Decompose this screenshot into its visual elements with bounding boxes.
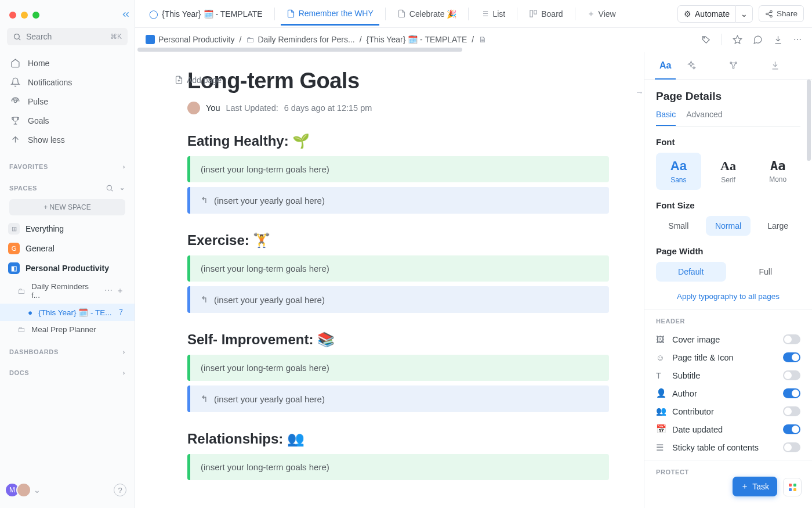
box-text: (insert your long-term goals here) [201, 462, 329, 472]
subtab-advanced[interactable]: Advanced [686, 110, 722, 126]
section-self-improvement[interactable]: Self- Improvement: 📚 [187, 332, 609, 348]
nav-home[interactable]: Home [5, 53, 130, 73]
space-personal-productivity[interactable]: ◧ Personal Productivity [0, 258, 135, 278]
sidebar: Search ⌘K Home Notifications Pulse Goals… [0, 0, 135, 508]
section-label: DASHBOARDS [9, 348, 59, 355]
download-icon[interactable] [773, 35, 783, 45]
toggle-switch[interactable] [783, 370, 800, 380]
folder-meal-prep[interactable]: 🗀 Meal Prep Planner [0, 321, 135, 338]
longterm-goal-box[interactable]: (insert your long-term goals here) [187, 156, 609, 182]
subtab-basic[interactable]: Basic [656, 110, 676, 126]
panel-tab-export[interactable] [770, 52, 812, 79]
panel-tab-ai[interactable] [686, 52, 728, 79]
apply-typography-link[interactable]: Apply typography to all pages [656, 292, 800, 301]
folder-daily-reminders[interactable]: 🗀 Daily Reminders f... ⋯＋ [0, 278, 135, 304]
font-mono[interactable]: AaMono [755, 153, 800, 190]
collapse-panel-arrow[interactable]: →| [635, 87, 644, 97]
nav-pulse[interactable]: Pulse [5, 92, 130, 111]
maximize-window[interactable] [32, 12, 39, 19]
space-everything[interactable]: ⊞ Everything [0, 219, 135, 239]
toggle-switch[interactable] [783, 352, 800, 362]
automate-button[interactable]: ⚙Automate ⌄ [677, 5, 753, 23]
breadcrumb-folder[interactable]: 🗀Daily Reminders for Pers... [246, 35, 354, 44]
longterm-goal-box[interactable]: (insert your long-term goals here) [187, 355, 609, 381]
toggle-switch[interactable] [783, 424, 800, 434]
width-default[interactable]: Default [656, 262, 726, 282]
share-icon [765, 10, 773, 18]
svg-point-8 [704, 37, 705, 38]
yearly-goal-box[interactable]: ↰(insert your yearly goal here) [187, 385, 609, 412]
page-title[interactable]: Long-term Goals [187, 69, 609, 93]
star-icon[interactable] [733, 35, 742, 45]
user-avatars[interactable]: M [8, 482, 31, 498]
comment-icon[interactable] [753, 35, 763, 45]
font-sans[interactable]: AaSans [656, 153, 701, 190]
doc-title-tab[interactable]: ◯ {This Year} 🗓️ - TEMPLATE [143, 2, 269, 26]
longterm-goal-box[interactable]: (insert your long-term goals here) [187, 255, 609, 282]
more-icon[interactable]: ⋯ [793, 35, 802, 44]
automate-dropdown[interactable]: ⌄ [736, 5, 753, 23]
panel-tab-relations[interactable] [728, 52, 770, 79]
docs-header[interactable]: DOCS › [0, 359, 135, 380]
tag-icon[interactable] [701, 35, 711, 45]
tab-board[interactable]: Board [523, 2, 568, 26]
size-large[interactable]: Large [755, 216, 800, 236]
chevron-down-icon[interactable]: ⌄ [119, 184, 125, 192]
updated-label: Last Updated: [226, 103, 278, 113]
tab-add-view[interactable]: ＋ View [581, 2, 622, 26]
list-this-year-template[interactable]: ● {This Year} 🗓️ - TE... 7 [0, 304, 135, 321]
minimize-window[interactable] [21, 12, 28, 19]
font-label: Font [656, 137, 800, 147]
chevron-right-icon: › [123, 163, 125, 170]
share-button[interactable]: Share [759, 5, 804, 22]
size-small[interactable]: Small [656, 216, 701, 236]
close-window[interactable] [9, 12, 16, 19]
tab-celebrate[interactable]: Celebrate 🎉 [392, 2, 463, 26]
space-general[interactable]: G General [0, 239, 135, 258]
author-avatar[interactable] [187, 102, 200, 114]
section-exercise[interactable]: Exercise: 🏋️ [187, 232, 609, 248]
breadcrumb-space[interactable]: Personal Productivity [146, 35, 235, 44]
chevron-down-icon[interactable]: ⌄ [34, 485, 41, 495]
section-eating-healthy[interactable]: Eating Healthy: 🌱 [187, 133, 609, 149]
toggle-switch[interactable] [783, 442, 800, 452]
toggle-switch[interactable] [783, 388, 800, 398]
size-normal[interactable]: Normal [706, 216, 751, 236]
nav-show-less[interactable]: Show less [5, 130, 130, 149]
width-full[interactable]: Full [731, 262, 801, 282]
dashboards-header[interactable]: DASHBOARDS › [0, 338, 135, 359]
search-input[interactable]: Search ⌘K [7, 28, 128, 45]
space-label: Everything [26, 224, 64, 233]
font-serif[interactable]: AaSerif [706, 153, 751, 190]
new-space-button[interactable]: + NEW SPACE [9, 199, 125, 215]
more-icon[interactable]: ⋯ [104, 286, 113, 296]
panel-scrollbar[interactable] [807, 80, 811, 161]
search-spaces-icon[interactable] [106, 184, 114, 192]
panel-tab-typography[interactable]: Aa [644, 52, 686, 79]
document-body[interactable]: →| Add page Long-term Goals You Last Upd… [135, 52, 644, 508]
add-page-button[interactable]: Add page [168, 72, 229, 88]
new-task-button[interactable]: ＋Task [733, 477, 777, 496]
nav-goals[interactable]: Goals [5, 111, 130, 130]
apps-launcher-button[interactable] [783, 478, 802, 496]
yearly-goal-box[interactable]: ↰(insert your yearly goal here) [187, 286, 609, 313]
scroll-thumb[interactable] [137, 48, 462, 52]
tab-list[interactable]: List [474, 2, 511, 26]
toggle-switch[interactable] [783, 334, 800, 344]
tab-remember-why[interactable]: Remember the WHY [281, 2, 379, 26]
breadcrumb-doc[interactable]: 🗎 [478, 35, 487, 44]
add-icon[interactable]: ＋ [116, 286, 124, 296]
nav-notifications[interactable]: Notifications [5, 73, 130, 92]
breadcrumb-list[interactable]: {This Year} 🗓️ - TEMPLATE [367, 35, 467, 44]
longterm-goal-box[interactable]: (insert your long-term goals here) [187, 454, 609, 480]
toc-icon: ☰ [656, 443, 666, 452]
yearly-goal-box[interactable]: ↰(insert your yearly goal here) [187, 187, 609, 214]
help-button[interactable]: ? [114, 484, 126, 496]
section-relationships[interactable]: Relationships: 👥 [187, 431, 609, 447]
horizontal-scrollbar[interactable] [135, 48, 802, 52]
collapse-sidebar-button[interactable] [121, 9, 131, 20]
favorites-header[interactable]: FAVORITES › [0, 153, 135, 174]
bullet-icon: ● [28, 308, 32, 317]
arrow-up-icon [10, 135, 21, 145]
toggle-switch[interactable] [783, 406, 800, 416]
